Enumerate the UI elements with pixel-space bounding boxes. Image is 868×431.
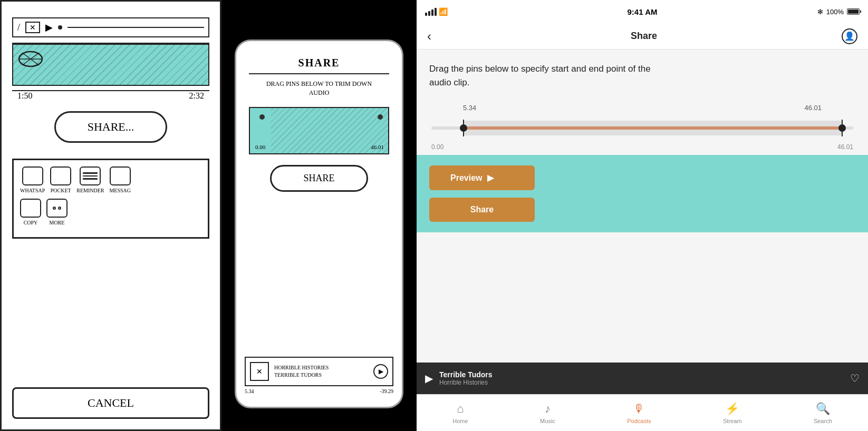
sketch-grid-row-2: COPY MORE xyxy=(20,199,201,226)
slash-icon: / xyxy=(17,22,20,33)
whatsap-label: WHATSAP xyxy=(20,188,45,193)
tab-music[interactable]: ♪ Music xyxy=(529,398,566,428)
scrubber-left-end: 0.00 xyxy=(431,143,443,151)
image-icon xyxy=(25,22,40,33)
wireframe-mini-start: 5.34 xyxy=(245,388,254,394)
wifi-icon: 📶 xyxy=(439,7,448,16)
status-time: 9:41 AM xyxy=(628,7,658,16)
mini-player-subtitle: Horrible Histories xyxy=(439,379,844,386)
wireframe-share-button[interactable]: SHARE xyxy=(270,165,368,192)
podcasts-icon: 🎙 xyxy=(633,402,645,416)
tab-search[interactable]: 🔍 Search xyxy=(803,398,843,428)
tab-stream[interactable]: ⚡ Stream xyxy=(712,398,752,428)
scrubber-overlay xyxy=(463,121,843,135)
mini-player: ▶ Terrible Tudors Horrible Histories ♡ xyxy=(417,363,868,394)
message-label: MESSAG xyxy=(109,188,131,193)
sketch-end-time: 2:32 xyxy=(189,91,204,101)
wireframe-pin-left[interactable] xyxy=(259,114,265,120)
nav-header: ‹ Share 👤 xyxy=(417,23,868,50)
status-left: 📶 xyxy=(425,7,448,16)
sketch-grid-item-pocket: POCKET xyxy=(50,166,71,193)
scrubber-value-labels: 5.34 46.01 xyxy=(431,104,853,112)
sketch-grid-item-copy: COPY xyxy=(20,199,41,226)
tab-home[interactable]: ⌂ Home xyxy=(442,398,478,428)
bar-1 xyxy=(425,13,427,16)
share-description: Drag the pins below to specify start and… xyxy=(429,62,651,89)
home-icon: ⌂ xyxy=(457,402,464,416)
app-action-area: Preview ▶ Share xyxy=(417,155,868,232)
panel-wireframe: (iii) SHARE BUTTON SELECTED SHARE DRAG P… xyxy=(221,0,417,431)
wireframe-top-label: (iii) SHARE BUTTON SELECTED xyxy=(257,23,381,31)
sketch-start-time: 1:50 xyxy=(17,91,32,101)
scrubber-right-end: 46.01 xyxy=(837,143,853,151)
wireframe-thumb-icon: ✕ xyxy=(250,362,269,381)
sketch-grid-item-whatsap: WHATSAP xyxy=(20,166,45,193)
mini-player-title: Terrible Tudors xyxy=(439,370,844,379)
sketch-top-bar: / ▶ xyxy=(12,17,209,37)
back-button[interactable]: ‹ xyxy=(427,29,446,44)
tab-podcasts[interactable]: 🎙 Podcasts xyxy=(616,398,661,428)
tab-home-label: Home xyxy=(452,418,468,424)
reminder-label: REMINDER xyxy=(76,188,104,193)
mini-player-heart-button[interactable]: ♡ xyxy=(850,372,860,385)
sketch-timestamps: 1:50 2:32 xyxy=(12,91,209,101)
battery-fill xyxy=(848,9,859,14)
preview-label: Preview xyxy=(450,173,482,183)
wireframe-pin-right[interactable] xyxy=(378,114,383,120)
tab-search-label: Search xyxy=(814,418,832,424)
scrubber-pin-right[interactable] xyxy=(838,124,846,132)
sketch-grid-row-1: WHATSAP POCKET REMINDER MESSAG xyxy=(20,166,201,193)
progress-line xyxy=(67,27,204,28)
whatsap-icon xyxy=(22,166,43,185)
sketch-grid-item-more: MORE xyxy=(46,199,67,226)
sketch-share-button[interactable]: SHARE... xyxy=(54,111,168,143)
music-icon: ♪ xyxy=(545,402,551,416)
wireframe-share-title: SHARE xyxy=(249,57,389,74)
mini-player-play-button[interactable]: ▶ xyxy=(425,372,433,385)
wireframe-mini-play-btn[interactable]: ▶ xyxy=(373,364,388,379)
more-icon xyxy=(46,199,67,218)
audio-block-wrapper xyxy=(12,43,209,91)
bar-4 xyxy=(435,8,437,16)
copy-icon xyxy=(20,199,41,218)
share-button[interactable]: Share xyxy=(429,198,535,222)
tab-stream-label: Stream xyxy=(723,418,741,424)
scrubber-start-value: 5.34 xyxy=(463,104,476,112)
status-right: ✻ 100% xyxy=(817,8,860,16)
panel-sketch: / ▶ 1:50 2:32 SHARE... WHA xyxy=(0,0,221,431)
wireframe-mini-end: -39.29 xyxy=(380,388,393,394)
scrubber-end-value: 46.01 xyxy=(804,104,822,112)
sketch-cancel-button[interactable]: CANCEL xyxy=(12,387,209,419)
pencil-drawing xyxy=(16,47,45,71)
scrubber-track[interactable] xyxy=(431,115,853,141)
profile-icon[interactable]: 👤 xyxy=(842,28,857,44)
battery-percent: 100% xyxy=(826,8,844,16)
tab-bar: ⌂ Home ♪ Music 🎙 Podcasts ⚡ Stream 🔍 Sea… xyxy=(417,394,868,431)
wireframe-audio-area: 0.00 46.01 xyxy=(249,107,389,154)
preview-button[interactable]: Preview ▶ xyxy=(429,165,535,190)
bluetooth-icon: ✻ xyxy=(817,8,823,16)
wireframe-mini-player: ✕ HORRIBLE HISTORIESTERRIBLE TUDORS ▶ xyxy=(245,357,393,386)
copy-label: COPY xyxy=(24,220,38,226)
wireframe-end-label: 46.01 xyxy=(371,144,384,150)
app-main-content: Drag the pins below to specify start and… xyxy=(417,50,868,363)
wireframe-mini-info: HORRIBLE HISTORIESTERRIBLE TUDORS xyxy=(274,364,368,379)
wireframe-bottom-player: ✕ HORRIBLE HISTORIESTERRIBLE TUDORS ▶ 5.… xyxy=(245,357,393,394)
wireframe-title-area: SHARE DRAG PINS BELOW TO TRIM DOWNAUDIO xyxy=(249,57,389,97)
battery-icon xyxy=(847,8,860,15)
status-bar: 📶 9:41 AM ✻ 100% xyxy=(417,0,868,23)
sketch-grid-item-reminder: REMINDER xyxy=(76,166,104,193)
preview-play-icon: ▶ xyxy=(487,173,494,183)
audio-scrubber: 5.34 46.01 0.00 46.01 xyxy=(429,104,855,151)
reminder-icon xyxy=(80,166,101,185)
panel-app: 📶 9:41 AM ✻ 100% ‹ Share 👤 Drag the pins… xyxy=(417,0,868,431)
nav-title: Share xyxy=(446,31,842,42)
audio-waveform-block xyxy=(12,44,209,86)
wireframe-mini-times: 5.34 -39.29 xyxy=(245,388,393,394)
bar-3 xyxy=(431,9,433,16)
bar-2 xyxy=(428,11,430,16)
wireframe-phone: SHARE DRAG PINS BELOW TO TRIM DOWNAUDIO … xyxy=(235,40,403,408)
scrubber-pin-left[interactable] xyxy=(460,124,467,132)
stream-icon: ⚡ xyxy=(725,402,739,416)
play-icon: ▶ xyxy=(45,22,53,33)
